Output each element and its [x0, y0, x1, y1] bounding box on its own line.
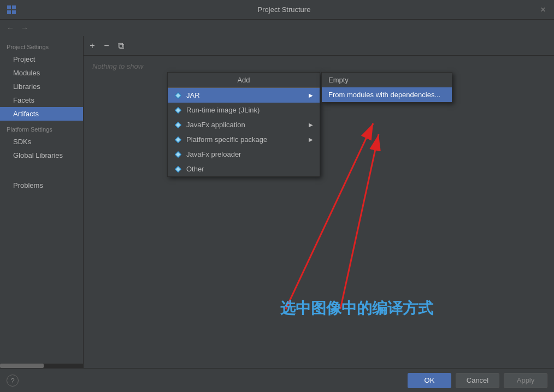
submenu-item-empty[interactable]: Empty [322, 73, 452, 87]
sidebar-item-sdks[interactable]: SDKs [0, 135, 83, 149]
jar-submenu: Empty From modules with dependencies... [321, 72, 452, 103]
sidebar-item-libraries[interactable]: Libraries [0, 80, 83, 93]
copy-button[interactable]: ⧉ [114, 39, 127, 52]
menu-item-javafx-preloader-label: JavaFx preloader [186, 150, 241, 158]
platform-settings-label: Platform Settings [0, 121, 83, 135]
add-menu: Add JAR ▶ Run-time image (JLink) [167, 72, 320, 177]
menu-item-javafx-preloader[interactable]: JavaFx preloader [168, 147, 320, 162]
jar-submenu-arrow: ▶ [309, 92, 313, 98]
remove-button[interactable]: − [100, 39, 113, 52]
menu-item-platform-package[interactable]: Platform specific package ▶ [168, 132, 320, 147]
javafx-app-icon [174, 121, 182, 129]
help-button[interactable]: ? [7, 375, 19, 387]
svg-rect-2 [7, 10, 11, 14]
submenu-empty-label: Empty [328, 76, 349, 84]
svg-rect-1 [12, 5, 16, 9]
submenu-from-modules-label: From modules with dependencies... [328, 91, 440, 99]
svg-line-18 [340, 134, 379, 309]
content-toolbar: + − ⧉ [84, 36, 554, 56]
sidebar-item-global-libraries[interactable]: Global Libraries [0, 149, 83, 162]
close-button[interactable]: × [539, 5, 547, 14]
runtime-icon [174, 106, 182, 114]
svg-rect-0 [7, 5, 11, 9]
title-bar: Project Structure × [0, 0, 554, 20]
sidebar-item-modules[interactable]: Modules [0, 66, 83, 80]
svg-rect-3 [12, 10, 16, 14]
sidebar-scrollbar-thumb [0, 364, 44, 368]
sidebar: Project Settings Project Modules Librari… [0, 36, 84, 384]
nav-arrows: ← → [0, 20, 554, 36]
javafx-app-submenu-arrow: ▶ [309, 122, 313, 128]
apply-button[interactable]: Apply [504, 373, 547, 388]
other-icon [174, 165, 182, 173]
cancel-button[interactable]: Cancel [456, 373, 499, 388]
menu-item-runtime-image[interactable]: Run-time image (JLink) [168, 103, 320, 117]
project-settings-label: Project Settings [0, 40, 83, 52]
add-menu-header: Add [168, 73, 320, 88]
menu-item-runtime-label: Run-time image (JLink) [186, 106, 260, 114]
platform-package-icon [174, 136, 182, 144]
app-icon [7, 5, 16, 15]
sidebar-item-artifacts[interactable]: Artifacts [0, 107, 83, 121]
add-button[interactable]: + [86, 39, 99, 52]
submenu-item-from-modules[interactable]: From modules with dependencies... [322, 87, 452, 102]
main-container: Project Settings Project Modules Librari… [0, 36, 554, 384]
platform-package-submenu-arrow: ▶ [309, 136, 313, 142]
menu-item-jar-label: JAR [186, 91, 200, 99]
javafx-preloader-icon [174, 151, 182, 158]
bottom-bar: OK Cancel Apply [0, 368, 554, 392]
annotation-text: 选中图像中的编译方式 [280, 298, 433, 319]
menu-item-other-label: Other [186, 165, 204, 173]
menu-item-jar[interactable]: JAR ▶ [168, 88, 320, 103]
menu-item-other[interactable]: Other [168, 162, 320, 176]
ok-button[interactable]: OK [408, 373, 451, 388]
sidebar-item-facets[interactable]: Facets [0, 93, 83, 107]
menu-item-platform-package-label: Platform specific package [186, 135, 267, 144]
jar-icon [174, 92, 182, 99]
window-title: Project Structure [21, 5, 547, 14]
forward-arrow[interactable]: → [19, 22, 31, 33]
sidebar-item-project[interactable]: Project [0, 52, 83, 66]
menu-item-javafx-app[interactable]: JavaFx application ▶ [168, 117, 320, 132]
sidebar-scrollbar[interactable] [0, 364, 84, 368]
content-area: + − ⧉ Nothing to show Add JAR ▶ [84, 36, 554, 384]
menu-item-javafx-app-label: JavaFx application [186, 121, 245, 129]
back-arrow[interactable]: ← [4, 22, 16, 33]
sidebar-item-problems[interactable]: Problems [0, 179, 83, 192]
